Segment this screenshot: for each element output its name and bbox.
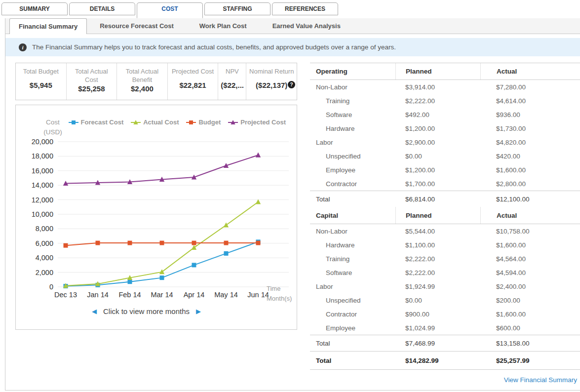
table-cell: Planned: [395, 63, 480, 79]
legend-item-actual-cost[interactable]: Actual Cost: [131, 118, 179, 126]
tab-summary[interactable]: SUMMARY: [1, 2, 68, 15]
kpi-label: Total Actual Cost: [67, 63, 117, 84]
info-banner: i The Financial Summary helps you to tra…: [5, 38, 580, 56]
cost-chart-card: Cost (USD) Forecast CostActual CostBudge…: [15, 105, 297, 330]
pager-label[interactable]: Click to view more months: [103, 307, 190, 315]
tab-cost[interactable]: COST: [137, 2, 203, 18]
table-cell: $4,820.00: [480, 135, 580, 149]
svg-text:Feb 14: Feb 14: [118, 291, 141, 299]
svg-text:4,000: 4,000: [36, 254, 53, 262]
kpi-projected-cost: Projected Cost$22,821: [168, 63, 219, 100]
legend-label: Forecast Cost: [81, 118, 124, 126]
subtab-earned-value-analysis[interactable]: Earned Value Analysis: [260, 18, 353, 34]
legend-marker-icon: [69, 119, 78, 125]
table-cell: $1,600.00: [480, 163, 580, 177]
table-row-software: Software$2,222.00$4,594.00: [310, 266, 580, 279]
table-row-labor: Labor$2,900.00$4,820.00: [310, 135, 580, 149]
table-cell: $6,814.00: [395, 191, 480, 207]
tab-staffing[interactable]: STAFFING: [204, 2, 271, 15]
table-row-unspecified: Unspecified$0.00$420.00: [310, 149, 580, 163]
pager-next-icon[interactable]: ▶: [196, 308, 201, 314]
table-cell: Planned: [395, 207, 480, 224]
help-icon[interactable]: ?: [288, 81, 295, 88]
table-cell: $7,468.99: [395, 335, 480, 351]
table-cell: $7,280.00: [480, 80, 580, 94]
table-cell: Capital: [310, 207, 395, 224]
view-financial-summary-link[interactable]: View Financial Summary: [504, 376, 577, 384]
table-cell: $0.00: [395, 149, 480, 163]
svg-text:12,000: 12,000: [32, 196, 53, 204]
kpi-label: NPV: [218, 63, 246, 81]
table-cell: Training: [310, 94, 395, 108]
table-cell: $600.00: [480, 321, 580, 335]
table-footer: View Financial Summary: [310, 370, 580, 390]
table-cell: $5,544.00: [395, 224, 480, 238]
table-row-labor: Labor$1,924.99$2,400.00: [310, 279, 580, 293]
table-cell: Actual: [480, 207, 580, 224]
section-total-operating: Total$6,814.00$12,100.00: [310, 191, 580, 207]
kpi-summary-card: Total Budget$5,945Total Actual Cost$25,2…: [15, 63, 297, 100]
legend-item-forecast-cost[interactable]: Forecast Cost: [69, 118, 124, 126]
svg-text:May 14: May 14: [214, 291, 238, 299]
table-cell: $2,900.00: [395, 135, 480, 149]
table-cell: $10,758.00: [480, 224, 580, 238]
table-cell: Unspecified: [310, 293, 395, 307]
table-cell: Operating: [310, 63, 395, 79]
svg-text:14,000: 14,000: [32, 181, 53, 189]
legend-item-projected-cost[interactable]: Projected Cost: [228, 118, 286, 126]
svg-text:2,000: 2,000: [36, 269, 53, 276]
kpi-value: $2,400: [117, 84, 167, 93]
table-cell: $900.00: [395, 307, 480, 321]
svg-text:18,000: 18,000: [32, 152, 53, 160]
svg-text:Jun 14: Jun 14: [247, 291, 269, 299]
svg-text:Jan 14: Jan 14: [87, 291, 109, 299]
table-cell: Total: [310, 191, 395, 207]
section-total-capital: Total$7,468.99$13,158.00: [310, 335, 580, 351]
table-cell: $2,222.00: [395, 252, 480, 266]
table-cell: $1,730.00: [480, 121, 580, 135]
pager-prev-icon[interactable]: ◀: [92, 308, 97, 314]
table-cell: Training: [310, 252, 395, 266]
table-row-employee: Employee$1,200.00$1,600.00: [310, 163, 580, 177]
table-cell: $492.00: [395, 108, 480, 121]
table-row-non-labor: Non-Labor$3,914.00$7,280.00: [310, 80, 580, 94]
section-header-capital: CapitalPlannedActual: [310, 207, 580, 224]
table-cell: Labor: [310, 279, 395, 293]
table-cell: $200.00: [480, 293, 580, 307]
section-header-operating: OperatingPlannedActual: [310, 63, 580, 80]
table-row-hardware: Hardware$1,200.00$1,730.00: [310, 121, 580, 135]
table-row-training: Training$2,222.00$4,564.00: [310, 252, 580, 266]
table-cell: $12,100.00: [480, 191, 580, 207]
kpi-total-budget: Total Budget$5,945: [16, 63, 67, 100]
table-cell: $13,158.00: [480, 335, 580, 351]
tab-details[interactable]: DETAILS: [69, 2, 135, 15]
kpi-total-actual-cost: Total Actual Cost$25,258: [67, 63, 117, 100]
subtab-work-plan-cost[interactable]: Work Plan Cost: [187, 18, 260, 34]
subtab-resource-forecast-cost[interactable]: Resource Forecast Cost: [87, 18, 187, 34]
table-cell: Software: [310, 266, 395, 279]
legend-item-budget[interactable]: Budget: [186, 118, 221, 126]
table-cell: $4,564.00: [480, 252, 580, 266]
kpi-value: $22,821: [168, 81, 218, 89]
table-cell: $4,594.00: [480, 266, 580, 279]
table-cell: $0.00: [395, 293, 480, 307]
tab-references[interactable]: REFERENCES: [272, 2, 338, 15]
kpi-label: Projected Cost: [168, 63, 218, 81]
right-column: OperatingPlannedActualNon-Labor$3,914.00…: [310, 63, 580, 390]
cost-breakdown-table: OperatingPlannedActualNon-Labor$3,914.00…: [310, 63, 580, 370]
left-column: Total Budget$5,945Total Actual Cost$25,2…: [15, 63, 297, 330]
subtab-financial-summary[interactable]: Financial Summary: [9, 18, 87, 34]
table-cell: Non-Labor: [310, 80, 395, 94]
legend-marker-icon: [131, 119, 141, 125]
table-row-training: Training$2,222.00$4,614.00: [310, 94, 580, 108]
kpi-total-actual-benefit: Total Actual Benefit$2,400: [117, 63, 168, 100]
table-cell: $25,257.99: [480, 352, 580, 369]
svg-text:20,000: 20,000: [32, 138, 53, 146]
chart-month-pager: ◀ Click to view more months ▶: [16, 307, 277, 315]
table-cell: $420.00: [480, 149, 580, 163]
table-cell: Total: [310, 335, 395, 351]
table-cell: $1,024.99: [395, 321, 480, 335]
cost-panel: Financial SummaryResource Forecast CostW…: [5, 18, 580, 391]
svg-text:Apr 14: Apr 14: [184, 291, 205, 299]
table-cell: Actual: [480, 63, 580, 79]
